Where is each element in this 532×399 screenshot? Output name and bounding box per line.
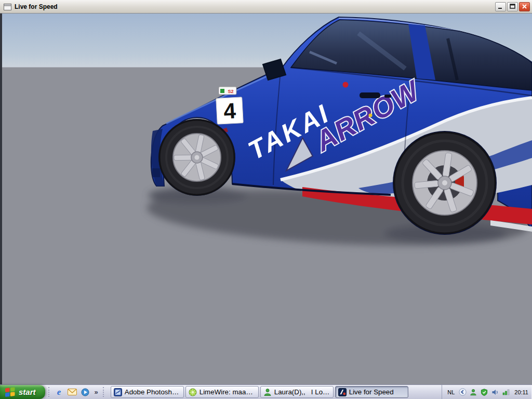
class-sticker: S2: [219, 87, 236, 95]
task-button-messenger[interactable]: Laura(D),, I Lov...: [260, 386, 334, 398]
window-left-border: [0, 14, 2, 384]
window-icon: [4, 3, 11, 10]
internet-explorer-icon[interactable]: e: [55, 388, 64, 397]
close-button[interactable]: [519, 2, 530, 11]
svg-text:4: 4: [223, 98, 236, 123]
task-buttons: Adobe Photoshop E... LimeWire: maakt op.…: [109, 385, 410, 399]
taskbar-grip[interactable]: [103, 387, 105, 397]
quick-launch-grip[interactable]: [48, 387, 51, 397]
limewire-icon: [189, 388, 197, 396]
small-yellow-sticker: [369, 114, 373, 117]
taskbar: start e »: [0, 384, 532, 399]
maximize-icon: [510, 4, 515, 9]
network-signal-icon[interactable]: [502, 388, 510, 396]
minimize-icon: [498, 4, 503, 9]
window-title: Live for Speed: [15, 3, 58, 10]
takai-red-dot: [343, 82, 349, 88]
door-lock: [384, 95, 391, 98]
front-wheel: [159, 120, 234, 195]
rear-wheel: [394, 132, 495, 233]
msn-messenger-icon: [263, 388, 272, 396]
race-number-plate: 4: [216, 97, 244, 125]
live-for-speed-icon: [338, 388, 347, 396]
mail-icon[interactable]: [68, 388, 77, 397]
window-titlebar[interactable]: Live for Speed: [0, 0, 532, 14]
window-controls: [495, 2, 530, 11]
task-label: Laura(D),, I Lov...: [274, 388, 330, 396]
messenger-tray-icon[interactable]: [469, 388, 477, 396]
svg-text:S2: S2: [228, 89, 233, 94]
close-icon: [522, 4, 527, 9]
task-button-live-for-speed[interactable]: Live for Speed: [335, 386, 408, 398]
language-indicator[interactable]: NL: [446, 389, 456, 395]
quick-launch: e »: [45, 385, 109, 399]
start-label: start: [19, 388, 36, 396]
bumper-intake: [152, 168, 160, 177]
start-button[interactable]: start: [0, 385, 45, 399]
media-player-icon[interactable]: [81, 388, 90, 397]
windows-flag-icon: [5, 387, 16, 397]
system-tray: NL: [442, 385, 532, 399]
hide-icons-chevron[interactable]: [458, 388, 467, 396]
task-button-photoshop[interactable]: Adobe Photoshop E...: [111, 386, 184, 398]
task-label: LimeWire: maakt op...: [200, 388, 256, 396]
task-label: Live for Speed: [349, 388, 394, 396]
photoshop-icon: [114, 388, 122, 396]
quick-launch-overflow-chevron[interactable]: »: [94, 388, 99, 396]
task-button-limewire[interactable]: LimeWire: maakt op...: [185, 386, 259, 398]
maximize-button[interactable]: [507, 2, 518, 11]
game-viewport[interactable]: S2 4 TAKAI ARROW: [0, 14, 532, 384]
volume-icon[interactable]: [491, 388, 499, 396]
antivirus-shield-icon[interactable]: [480, 388, 488, 396]
door-handle: [360, 92, 380, 98]
tray-clock[interactable]: 20:11: [514, 389, 528, 395]
garage-scene: S2 4 TAKAI ARROW: [0, 14, 532, 384]
task-label: Adobe Photoshop E...: [125, 388, 181, 396]
minimize-button[interactable]: [495, 2, 506, 11]
